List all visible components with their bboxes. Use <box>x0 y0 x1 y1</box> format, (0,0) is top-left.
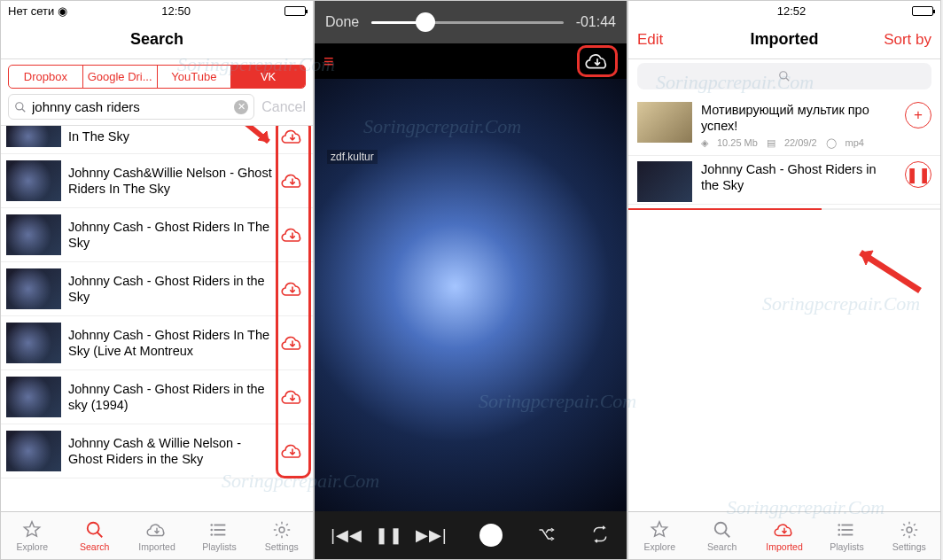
download-cloud-icon[interactable] <box>583 50 612 73</box>
airplay-icon[interactable] <box>479 524 503 547</box>
results-list: In The Sky Johnny Cash&Willie Nelson - G… <box>1 125 313 511</box>
result-row[interactable]: Johnny Cash - Ghost Riders In The Sky <box>1 208 313 262</box>
battery-icon <box>912 6 933 16</box>
result-row[interactable]: In The Sky <box>1 126 313 154</box>
prev-icon[interactable]: |◀◀ <box>331 525 362 545</box>
item-title: Мотивирующий мультик про успех! <box>701 102 896 134</box>
edit-button[interactable]: Edit <box>637 31 663 49</box>
imported-item[interactable]: Мотивирующий мультик про успех! ◈ 10.25 … <box>628 97 940 156</box>
status-bar: 12:52 <box>628 1 940 20</box>
tab-bar: Explore Search Imported Playlists Settin… <box>1 511 313 559</box>
tab-imported[interactable]: Imported <box>126 512 188 559</box>
header: Search <box>1 20 313 59</box>
carrier-text: Нет сети <box>8 4 54 18</box>
result-title: Johnny Cash - Ghost Riders in the Sky <box>68 273 274 305</box>
download-progress <box>628 208 940 210</box>
video-thumbnail <box>6 214 61 255</box>
battery-icon <box>284 6 306 16</box>
tab-vk[interactable]: VK <box>231 66 305 88</box>
player-controls: |◀◀ ❚❚ ▶▶| <box>315 511 627 559</box>
tab-explore[interactable]: Explore <box>1 512 63 559</box>
item-date: 22/09/2 <box>784 137 817 150</box>
result-row[interactable]: Johnny Cash & Willie Nelson - Ghost Ride… <box>1 424 313 478</box>
video-thumbnail <box>6 431 61 471</box>
scrubber-knob[interactable] <box>416 12 435 32</box>
next-icon[interactable]: ▶▶| <box>416 525 448 545</box>
time-remaining: -01:44 <box>576 14 616 30</box>
page-title: Imported <box>750 30 818 49</box>
download-icon[interactable] <box>281 278 304 299</box>
result-row[interactable]: Johnny Cash - Ghost Riders in the sky (1… <box>1 370 313 424</box>
wifi-icon: ◈ <box>701 137 708 150</box>
sort-button[interactable]: Sort by <box>884 31 931 49</box>
cancel-button[interactable]: Cancel <box>261 99 306 115</box>
search-field[interactable]: ✕ <box>8 94 254 120</box>
source-tabs: Dropbox Google Dri... YouTube VK <box>8 65 306 89</box>
tab-google-drive[interactable]: Google Dri... <box>83 66 158 88</box>
clock: 12:50 <box>161 4 191 18</box>
shuffle-icon[interactable] <box>535 525 557 546</box>
result-row[interactable]: Johnny Cash&Willie Nelson - Ghost Riders… <box>1 154 313 208</box>
tab-playlists[interactable]: Playlists <box>188 512 250 559</box>
imported-screen: 12:52 Edit Imported Sort by Мотивирующий… <box>627 0 941 560</box>
tab-explore[interactable]: Explore <box>628 512 690 559</box>
video-thumbnail <box>6 160 61 201</box>
search-icon <box>14 101 27 113</box>
imported-item[interactable]: Johnny Cash - Ghost Riders in the Sky ❚❚ <box>628 156 940 205</box>
video-artwork: zdf.kultur <box>315 79 627 511</box>
video-thumbnail <box>637 102 692 143</box>
loop-icon[interactable] <box>589 525 611 546</box>
scrubber[interactable] <box>371 21 563 24</box>
page-title: Search <box>130 30 183 49</box>
channel-tag: zdf.kultur <box>327 150 378 164</box>
result-row[interactable]: Johnny Cash - Ghost Riders In The Sky (L… <box>1 316 313 370</box>
pause-button[interactable]: ❚❚ <box>905 161 931 188</box>
tab-bar: Explore Search Imported Playlists Settin… <box>628 511 940 559</box>
result-title: In The Sky <box>68 128 274 144</box>
done-button[interactable]: Done <box>325 14 359 30</box>
download-icon[interactable] <box>281 332 304 354</box>
result-row[interactable]: Johnny Cash - Ghost Riders in the Sky <box>1 262 313 316</box>
tab-youtube[interactable]: YouTube <box>158 66 232 88</box>
download-icon[interactable] <box>281 224 304 245</box>
player-top-bar: Done -01:44 <box>315 1 627 43</box>
wifi-icon: ◉ <box>58 4 67 18</box>
search-input[interactable] <box>32 99 229 114</box>
player-sub-bar: ≡ <box>315 43 627 79</box>
menu-icon[interactable]: ≡ <box>323 51 334 72</box>
pause-icon[interactable]: ❚❚ <box>375 525 403 545</box>
format-icon: ◯ <box>826 137 837 150</box>
video-thumbnail <box>6 268 61 309</box>
clear-icon[interactable]: ✕ <box>234 100 248 114</box>
video-thumbnail <box>637 161 692 202</box>
result-title: Johnny Cash - Ghost Riders In The Sky (L… <box>68 327 274 359</box>
tab-settings[interactable]: Settings <box>878 512 940 559</box>
result-title: Johnny Cash & Willie Nelson - Ghost Ride… <box>68 435 274 467</box>
search-icon <box>778 70 791 82</box>
item-size: 10.25 Mb <box>717 137 758 150</box>
tab-dropbox[interactable]: Dropbox <box>9 66 83 88</box>
download-icon[interactable] <box>281 170 304 191</box>
download-icon[interactable] <box>281 126 304 147</box>
video-thumbnail <box>6 377 61 417</box>
search-screen: Нет сети ◉ 12:50 Search Dropbox Google D… <box>0 0 314 560</box>
result-title: Johnny Cash - Ghost Riders In The Sky <box>68 219 274 251</box>
add-button[interactable]: + <box>905 102 931 128</box>
result-title: Johnny Cash - Ghost Riders in the sky (1… <box>68 381 274 413</box>
imported-list: Мотивирующий мультик про успех! ◈ 10.25 … <box>628 97 940 210</box>
result-title: Johnny Cash&Willie Nelson - Ghost Riders… <box>68 165 274 197</box>
status-bar: Нет сети ◉ 12:50 <box>1 1 313 20</box>
player-screen: Done -01:44 ≡ zdf.kultur |◀◀ ❚❚ ▶▶| <box>314 0 627 560</box>
video-thumbnail <box>6 323 61 363</box>
calendar-icon: ▤ <box>767 137 775 150</box>
tab-settings[interactable]: Settings <box>251 512 313 559</box>
tab-search[interactable]: Search <box>63 512 125 559</box>
download-icon[interactable] <box>281 386 304 408</box>
search-field[interactable] <box>637 63 931 89</box>
download-icon[interactable] <box>281 440 304 462</box>
tab-imported[interactable]: Imported <box>753 512 815 559</box>
tab-playlists[interactable]: Playlists <box>815 512 877 559</box>
item-format: mp4 <box>846 137 864 150</box>
tab-search[interactable]: Search <box>690 512 752 559</box>
annotation-highlight <box>577 45 618 77</box>
